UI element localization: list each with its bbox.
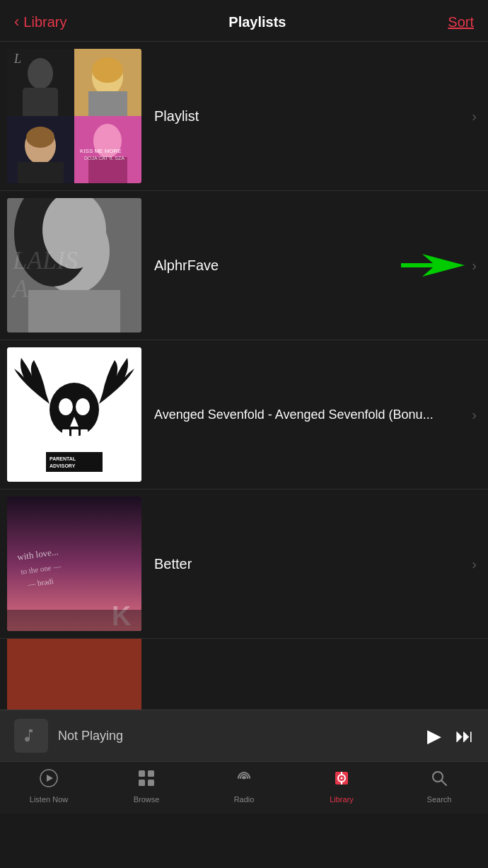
svg-point-27 — [50, 383, 99, 436]
svg-rect-7 — [88, 91, 127, 116]
search-icon — [430, 769, 448, 792]
list-item[interactable]: LALIS A AlphrFave › — [0, 191, 488, 340]
svg-text:LALIS: LALIS — [12, 246, 78, 274]
svg-rect-33 — [81, 429, 88, 436]
svg-marker-25 — [401, 254, 465, 277]
nav-item-library[interactable]: Library — [293, 762, 390, 814]
svg-marker-44 — [47, 775, 53, 782]
mini-player: Not Playing ▶ ⏭ — [0, 710, 488, 761]
svg-rect-34 — [46, 452, 103, 472]
svg-text:KISS ME MORE: KISS ME MORE — [80, 148, 122, 154]
svg-point-1 — [28, 58, 53, 89]
chevron-right-icon: › — [472, 108, 477, 125]
chevron-right-icon: › — [472, 556, 477, 572]
playlist-name: AlphrFave — [154, 257, 395, 274]
nav-item-radio[interactable]: Radio — [195, 762, 293, 814]
svg-point-29 — [76, 398, 90, 415]
playlist-info: AlphrFave › — [154, 251, 477, 279]
playlist-thumb: with love... to the one — — bradi K — [7, 497, 141, 631]
playlist-info: Better › — [154, 556, 477, 572]
back-label: Library — [23, 14, 66, 30]
svg-point-10 — [26, 127, 54, 148]
nav-label-browse: Browse — [134, 795, 160, 804]
chevron-right-icon: › — [472, 257, 477, 274]
svg-point-49 — [243, 777, 245, 780]
list-item[interactable]: L — [0, 42, 488, 191]
nav-label-search: Search — [427, 795, 452, 804]
fast-forward-button[interactable]: ⏭ — [455, 725, 474, 747]
back-button[interactable]: ‹ Library — [14, 13, 66, 31]
svg-rect-47 — [139, 780, 145, 786]
sort-button[interactable]: Sort — [448, 14, 474, 30]
nav-label-listen-now: Listen Now — [30, 795, 68, 804]
playlist-name: Avenged Sevenfold - Avenged Sevenfold (B… — [154, 407, 465, 422]
nav-item-browse[interactable]: Browse — [98, 762, 195, 814]
playlist-name: Better — [154, 556, 465, 572]
svg-text:ADVISORY: ADVISORY — [50, 463, 76, 468]
svg-point-6 — [92, 57, 123, 83]
svg-text:PARENTAL: PARENTAL — [50, 456, 76, 461]
playlist-info: Playlist › — [154, 108, 477, 125]
svg-rect-48 — [148, 780, 154, 786]
player-controls: ▶ ⏭ — [427, 725, 474, 747]
svg-rect-42 — [7, 610, 141, 631]
svg-point-28 — [59, 398, 73, 415]
listen-now-icon — [40, 769, 58, 792]
nav-item-listen-now[interactable]: Listen Now — [0, 762, 98, 814]
svg-rect-2 — [23, 88, 58, 116]
browse-icon — [137, 769, 156, 792]
play-button[interactable]: ▶ — [427, 725, 441, 747]
svg-rect-31 — [62, 429, 69, 436]
chevron-right-icon: › — [472, 407, 477, 423]
svg-line-56 — [442, 781, 447, 786]
playlist-name: Playlist — [154, 108, 465, 125]
playlist-thumb: L — [7, 49, 141, 183]
bottom-navigation: Listen Now Browse Radio — [0, 761, 488, 814]
arrow-annotation — [401, 251, 465, 279]
svg-text:L: L — [13, 52, 21, 66]
playlist-thumb: LALIS A — [7, 198, 141, 332]
svg-rect-32 — [71, 429, 79, 436]
now-playing-status: Not Playing — [58, 729, 417, 743]
svg-rect-11 — [18, 162, 64, 183]
radio-icon — [235, 769, 253, 792]
page-title: Playlists — [228, 14, 286, 30]
back-chevron-icon: ‹ — [14, 13, 19, 31]
list-item[interactable] — [0, 639, 488, 710]
playlist-thumb: PARENTAL ADVISORY — [7, 347, 141, 482]
music-note-icon — [14, 719, 48, 753]
svg-point-52 — [341, 777, 343, 780]
svg-rect-53 — [341, 772, 342, 775]
svg-text:DOJA CAT ft. SZA: DOJA CAT ft. SZA — [84, 156, 124, 161]
playlist-thumb — [7, 639, 141, 710]
svg-rect-22 — [28, 290, 120, 332]
list-item[interactable]: PARENTAL ADVISORY Avenged Sevenfold - Av… — [0, 340, 488, 490]
svg-text:A: A — [11, 274, 29, 303]
nav-label-radio: Radio — [234, 795, 255, 804]
nav-item-search[interactable]: Search — [390, 762, 488, 814]
playlist-list: L — [0, 42, 488, 710]
svg-rect-54 — [341, 782, 342, 785]
list-item[interactable]: with love... to the one — — bradi K Bett… — [0, 490, 488, 639]
nav-label-library: Library — [330, 795, 354, 804]
playlist-info: Avenged Sevenfold - Avenged Sevenfold (B… — [154, 407, 477, 423]
header: ‹ Library Playlists Sort — [0, 0, 488, 42]
svg-rect-45 — [139, 770, 145, 777]
svg-rect-46 — [148, 770, 154, 777]
svg-rect-14 — [88, 157, 127, 183]
library-icon — [332, 769, 351, 792]
